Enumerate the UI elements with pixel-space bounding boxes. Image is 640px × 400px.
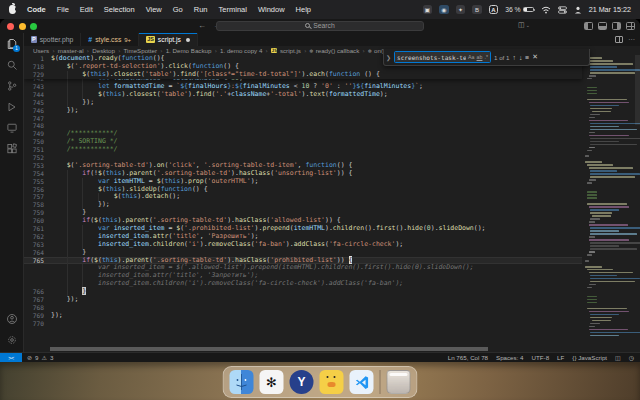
split-editor-icon[interactable] — [615, 36, 623, 43]
cursor-position[interactable]: Ln 765, Col 78 — [448, 354, 488, 361]
toggle-replace-icon[interactable]: ❯ — [386, 54, 391, 61]
input-source-icon[interactable]: A — [489, 5, 499, 15]
code-line: 767 }); — [24, 296, 582, 304]
close-find-icon[interactable]: ✕ — [532, 53, 538, 61]
more-actions-icon[interactable]: ⋯ — [628, 36, 635, 44]
editor-group: Pspotter.php#style.css9+JSscript.js ⋯ Us… — [24, 33, 640, 352]
match-case-icon[interactable]: Aa — [468, 54, 474, 60]
menubar-globe-swirl-icon[interactable]: ◉ — [439, 5, 449, 15]
menu-item-code[interactable]: Code — [27, 5, 46, 14]
toggle-primary-sidebar-icon[interactable] — [584, 22, 593, 30]
code-line: 758 }); — [24, 201, 582, 209]
sidebar-item-extensions[interactable] — [5, 142, 18, 155]
code-lines: 742 let finalMinutes = totalMinutes % 60… — [24, 79, 582, 328]
notifications-bell-icon[interactable]: ◷ — [629, 354, 634, 361]
minimize-window-button[interactable] — [19, 23, 26, 30]
minimap-line — [589, 135, 630, 137]
dock-yandex-browser-icon[interactable]: Y — [290, 370, 314, 394]
tab-spotter.php[interactable]: Pspotter.php — [24, 33, 81, 46]
tab-style.css[interactable]: #style.css9+ — [81, 33, 139, 46]
breadcrumb-item[interactable]: ready() callback — [316, 47, 360, 54]
menubar-app-b-icon[interactable]: B — [472, 5, 482, 15]
close-window-button[interactable] — [7, 23, 14, 30]
dock-chatgpt-icon[interactable]: ✻ — [260, 370, 284, 394]
menu-item-view[interactable]: View — [146, 5, 162, 14]
dock-vscode-icon[interactable] — [350, 370, 374, 394]
battery-indicator[interactable]: 36 % — [505, 6, 534, 13]
find-input[interactable]: screenshots-task-text Aa ab .* — [394, 51, 491, 63]
breadcrumb-item[interactable]: 1. demo copy 4 — [220, 47, 262, 54]
menu-bar-clock[interactable]: 21 Mar 15:22 — [589, 5, 631, 14]
menubar-app-icon[interactable]: ▣ — [423, 5, 433, 15]
code-token: }); — [51, 311, 63, 319]
breadcrumb-item[interactable]: Users — [33, 47, 49, 54]
menu-item-selection[interactable]: Selection — [104, 5, 135, 14]
breadcrumb-item[interactable]: 1. Demo Backup — [166, 47, 212, 54]
menu-item-help[interactable]: Help — [296, 5, 311, 14]
apple-menu-icon[interactable] — [9, 5, 16, 14]
menu-item-edit[interactable]: Edit — [80, 5, 93, 14]
toggle-secondary-sidebar-icon[interactable] — [612, 22, 621, 30]
menu-item-window[interactable]: Window — [258, 5, 285, 14]
menu-item-file[interactable]: File — [57, 5, 69, 14]
dock-cyberduck-icon[interactable] — [320, 370, 344, 394]
accounts-button[interactable] — [5, 312, 18, 325]
sidebar-item-remote-explorer[interactable] — [5, 121, 18, 134]
activity-bar-bottom — [5, 312, 18, 352]
remote-indicator[interactable]: >< — [0, 353, 22, 362]
minimap[interactable] — [582, 55, 640, 346]
breadcrumb-item[interactable]: script.js — [280, 47, 301, 54]
line-number: 767 — [24, 296, 51, 304]
feedback-icon[interactable]: ◫ — [615, 354, 621, 361]
code-token: function — [329, 70, 360, 78]
minimap-line — [589, 132, 596, 134]
code-editor[interactable]: 742 let finalMinutes = totalMinutes % 60… — [24, 55, 640, 352]
user-menu-icon[interactable] — [574, 6, 582, 14]
dock-finder-icon[interactable] — [230, 370, 254, 394]
ghost-code-line: inserted_item.children('i').removeClass(… — [24, 280, 582, 288]
regex-icon[interactable]: .* — [484, 54, 488, 60]
sidebar-item-source-control[interactable] — [5, 79, 18, 92]
menu-item-run[interactable]: Run — [194, 5, 208, 14]
sidebar-item-explorer[interactable]: 1 — [5, 37, 18, 50]
copilot-menu-button[interactable]: ◫⌄ — [518, 21, 530, 29]
control-center-icon[interactable] — [558, 6, 567, 14]
vertical-scrollbar[interactable] — [635, 55, 640, 125]
toggle-panel-icon[interactable] — [598, 22, 607, 30]
menu-item-terminal[interactable]: Terminal — [219, 5, 247, 14]
zoom-window-button[interactable] — [30, 23, 37, 30]
breadcrumb-item[interactable]: Desktop — [92, 47, 115, 54]
encoding-setting[interactable]: UTF-8 — [532, 354, 550, 361]
eol-setting[interactable]: LF — [557, 354, 564, 361]
code-token: /***********/ — [67, 145, 118, 153]
tab-label: style.css — [95, 36, 121, 43]
command-center-search[interactable]: Search — [216, 21, 424, 32]
menubar-gear-app-icon[interactable]: ✦ — [456, 5, 466, 15]
code-token: prepend — [262, 224, 289, 232]
line-content — [51, 115, 582, 123]
next-match-icon[interactable]: ↓ — [519, 54, 522, 61]
wifi-icon[interactable] — [541, 6, 551, 14]
minimap-line — [590, 233, 637, 235]
sidebar-item-search[interactable] — [5, 58, 18, 71]
whole-word-icon[interactable]: ab — [477, 54, 483, 60]
settings-button[interactable] — [5, 333, 18, 346]
go-back-button[interactable]: ← — [198, 21, 206, 30]
horizontal-scrollbar[interactable] — [50, 347, 488, 351]
breadcrumb-item[interactable]: master-al — [58, 47, 84, 54]
customize-layout-icon[interactable] — [626, 22, 635, 30]
modified-dot-icon[interactable] — [186, 38, 190, 42]
language-mode[interactable]: {} JavaScript — [572, 354, 607, 361]
problems-summary[interactable]: ⊘ 9 ⚠ 3 — [22, 354, 53, 361]
line-content: }); — [51, 296, 582, 304]
menu-item-go[interactable]: Go — [173, 5, 183, 14]
find-in-selection-icon[interactable]: ≡ — [525, 54, 529, 61]
breadcrumb-item[interactable]: TimeSpotter — [124, 47, 157, 54]
code-token: )) { — [337, 169, 353, 177]
sidebar-item-run-debug[interactable] — [5, 100, 18, 113]
dock-trash-icon[interactable] — [387, 370, 411, 394]
tab-script.js[interactable]: JSscript.js — [139, 33, 198, 46]
code-token: formattedTime — [114, 82, 165, 90]
previous-match-icon[interactable]: ↑ — [512, 54, 515, 61]
indentation-setting[interactable]: Spaces: 4 — [496, 354, 524, 361]
